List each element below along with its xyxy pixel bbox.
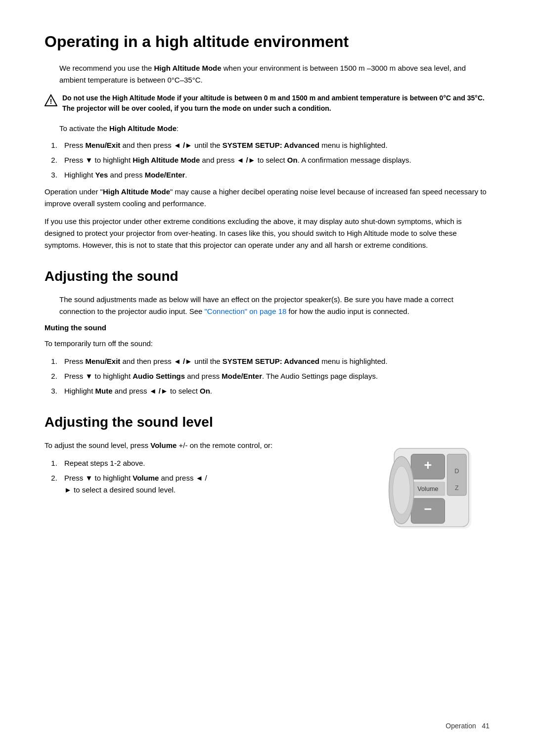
footer-text: Operation: [445, 722, 476, 730]
section1-steps: Press Menu/Exit and then press ◄ /► unti…: [59, 139, 490, 181]
section-high-altitude: Operating in a high altitude environment…: [44, 30, 490, 251]
warning-text: Do not use the High Altitude Mode if you…: [62, 93, 490, 114]
svg-text:Z: Z: [455, 485, 459, 491]
warning-box: ! Do not use the High Altitude Mode if y…: [44, 93, 490, 114]
section3-steps: Repeat steps 1-2 above. Press ▼ to highl…: [59, 457, 366, 496]
section1-step-1: Press Menu/Exit and then press ◄ /► unti…: [59, 139, 490, 151]
sound-level-text-block: To adjust the sound level, press Volume …: [44, 440, 366, 501]
activate-label: To activate the High Altitude Mode:: [59, 123, 490, 134]
section1-intro: We recommend you use the High Altitude M…: [59, 62, 490, 86]
muting-sound-title: Muting the sound: [44, 322, 490, 334]
section2-step-3: Highlight Mute and press ◄ /► to select …: [59, 385, 490, 397]
sound-level-content: To adjust the sound level, press Volume …: [44, 440, 490, 537]
remote-control-image: + Volume D Z −: [381, 445, 490, 537]
svg-text:Volume: Volume: [417, 486, 438, 492]
muting-sound-desc: To temporarily turn off the sound:: [44, 338, 490, 350]
section3-title: Adjusting the sound level: [44, 412, 490, 433]
section1-step-3: Highlight Yes and press Mode/Enter.: [59, 169, 490, 181]
remote-svg: + Volume D Z −: [381, 445, 490, 534]
svg-text:!: !: [50, 97, 52, 105]
connection-link[interactable]: "Connection" on page 18: [205, 307, 287, 315]
svg-text:−: −: [424, 501, 432, 517]
page-footer: Operation 41: [445, 721, 490, 731]
section2-intro: The sound adjustments made as below will…: [59, 294, 490, 317]
section2-step-2: Press ▼ to highlight Audio Settings and …: [59, 370, 490, 382]
section3-intro: To adjust the sound level, press Volume …: [44, 440, 366, 451]
section2-step-1: Press Menu/Exit and then press ◄ /► unti…: [59, 356, 490, 367]
warning-icon: !: [44, 94, 57, 110]
section2-title: Adjusting the sound: [44, 266, 490, 287]
section3-step-1: Repeat steps 1-2 above.: [59, 457, 366, 469]
svg-text:D: D: [454, 468, 459, 475]
section1-step-2: Press ▼ to highlight High Altitude Mode …: [59, 154, 490, 166]
section-sound-level: Adjusting the sound level To adjust the …: [44, 412, 490, 537]
footer-page-number: 41: [482, 722, 490, 730]
svg-text:+: +: [424, 457, 432, 472]
section2-steps: Press Menu/Exit and then press ◄ /► unti…: [59, 356, 490, 397]
section3-step-2: Press ▼ to highlight Volume and press ◄ …: [59, 472, 366, 496]
section1-para2: If you use this projector under other ex…: [44, 216, 490, 251]
page-content: Operating in a high altitude environment…: [0, 0, 534, 591]
section1-title: Operating in a high altitude environment: [44, 30, 490, 53]
section1-para1: Operation under "High Altitude Mode" may…: [44, 186, 490, 210]
svg-point-14: [393, 466, 410, 514]
section-adjusting-sound: Adjusting the sound The sound adjustment…: [44, 266, 490, 397]
